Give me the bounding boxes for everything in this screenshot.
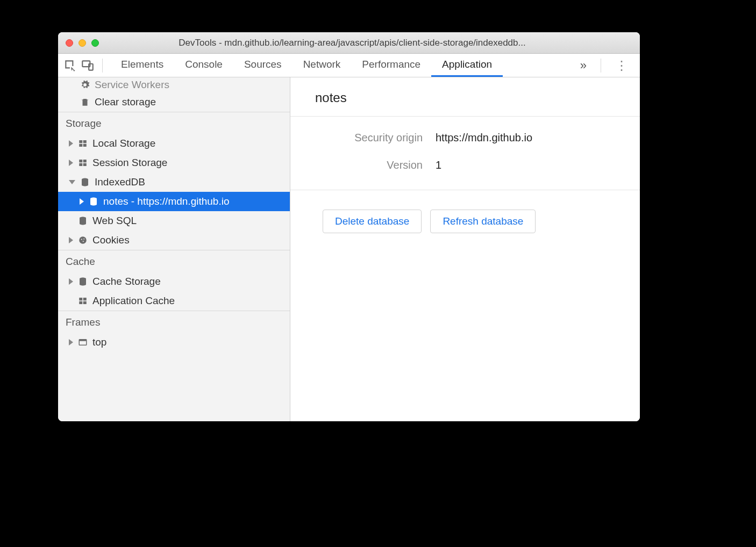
chevron-down-icon xyxy=(69,180,75,184)
sidebar-item-cache-storage[interactable]: Cache Storage xyxy=(58,272,290,291)
gear-icon xyxy=(80,80,90,90)
tab-performance[interactable]: Performance xyxy=(351,54,431,77)
tab-application[interactable]: Application xyxy=(431,54,503,77)
device-toggle-icon[interactable] xyxy=(81,59,95,73)
sidebar-item-websql[interactable]: Web SQL xyxy=(58,211,290,231)
sidebar-item-label: IndexedDB xyxy=(95,176,145,188)
database-title: notes xyxy=(290,77,640,117)
svg-point-6 xyxy=(83,241,84,242)
chevron-right-icon xyxy=(69,339,73,346)
property-label: Version xyxy=(312,159,436,171)
menu-icon[interactable]: ⋮ xyxy=(609,58,634,73)
sidebar-item-local-storage[interactable]: Local Storage xyxy=(58,134,290,153)
refresh-database-button[interactable]: Refresh database xyxy=(430,210,536,233)
separator xyxy=(102,59,103,73)
sidebar-item-label: Application Cache xyxy=(92,295,175,307)
property-row-version: Version 1 xyxy=(312,159,618,171)
cookie-icon xyxy=(77,235,88,245)
sidebar-item-label: Session Storage xyxy=(92,157,167,169)
database-icon xyxy=(77,277,88,286)
sidebar-item-session-storage[interactable]: Session Storage xyxy=(58,153,290,172)
frame-icon xyxy=(77,337,88,347)
chevron-right-icon xyxy=(80,198,84,205)
devtools-body: Service Workers Clear storage Storage Lo… xyxy=(58,77,640,421)
property-value: https://mdn.github.io xyxy=(436,132,532,144)
database-icon xyxy=(80,177,90,187)
chevron-right-icon xyxy=(69,237,73,243)
panel-tabs: Elements Console Sources Network Perform… xyxy=(110,54,570,77)
application-sidebar: Service Workers Clear storage Storage Lo… xyxy=(58,77,290,421)
tabs-overflow-icon[interactable]: » xyxy=(574,59,593,73)
grid-icon xyxy=(77,158,88,168)
database-actions: Delete database Refresh database xyxy=(290,190,640,253)
grid-icon xyxy=(77,296,88,306)
chevron-right-icon xyxy=(69,140,73,147)
sidebar-group-cache: Cache xyxy=(58,250,290,272)
separator xyxy=(601,59,601,73)
traffic-lights xyxy=(66,39,99,47)
property-label: Security origin xyxy=(312,132,436,144)
sidebar-item-application-cache[interactable]: Application Cache xyxy=(58,291,290,311)
sidebar-item-indexeddb-notes[interactable]: notes - https://mdn.github.io xyxy=(58,192,290,211)
property-row-security-origin: Security origin https://mdn.github.io xyxy=(312,132,618,144)
sidebar-item-label: Cache Storage xyxy=(92,276,161,287)
chevron-right-icon xyxy=(69,160,73,166)
sidebar-item-label: Cookies xyxy=(92,234,130,246)
zoom-icon[interactable] xyxy=(91,39,99,47)
close-icon[interactable] xyxy=(66,39,73,47)
sidebar-item-label: Local Storage xyxy=(92,138,155,149)
sidebar-item-clear-storage[interactable]: Clear storage xyxy=(58,92,290,112)
database-icon xyxy=(77,216,88,226)
minimize-icon[interactable] xyxy=(79,39,86,47)
sidebar-item-indexeddb[interactable]: IndexedDB xyxy=(58,172,290,192)
grid-icon xyxy=(77,139,88,148)
svg-point-4 xyxy=(81,239,82,240)
sidebar-item-cookies[interactable]: Cookies xyxy=(58,231,290,250)
sidebar-item-service-workers[interactable]: Service Workers xyxy=(58,77,290,92)
sidebar-group-frames: Frames xyxy=(58,311,290,333)
window-title: DevTools - mdn.github.io/learning-area/j… xyxy=(104,38,632,48)
sidebar-item-label: notes - https://mdn.github.io xyxy=(103,196,229,207)
database-properties: Security origin https://mdn.github.io Ve… xyxy=(290,117,640,190)
property-value: 1 xyxy=(436,159,441,171)
main-panel: notes Security origin https://mdn.github… xyxy=(290,77,640,421)
tab-network[interactable]: Network xyxy=(293,54,352,77)
tab-console[interactable]: Console xyxy=(174,54,233,77)
svg-point-3 xyxy=(79,236,87,244)
titlebar: DevTools - mdn.github.io/learning-area/j… xyxy=(58,32,640,54)
sidebar-item-label: Clear storage xyxy=(95,96,156,108)
trash-icon xyxy=(80,97,90,107)
sidebar-item-label: top xyxy=(92,336,106,348)
svg-point-5 xyxy=(83,239,84,240)
database-icon xyxy=(88,197,99,206)
tab-elements[interactable]: Elements xyxy=(110,54,174,77)
delete-database-button[interactable]: Delete database xyxy=(323,210,422,233)
svg-rect-8 xyxy=(79,340,87,341)
sidebar-item-label: Service Workers xyxy=(95,79,169,91)
devtools-toolbar: Elements Console Sources Network Perform… xyxy=(58,54,640,77)
devtools-window: DevTools - mdn.github.io/learning-area/j… xyxy=(58,32,640,421)
sidebar-group-storage: Storage xyxy=(58,112,290,134)
tab-sources[interactable]: Sources xyxy=(233,54,293,77)
sidebar-item-label: Web SQL xyxy=(92,215,137,227)
chevron-right-icon xyxy=(69,278,73,285)
sidebar-item-frame-top[interactable]: top xyxy=(58,333,290,352)
inspect-element-icon[interactable] xyxy=(63,59,77,73)
